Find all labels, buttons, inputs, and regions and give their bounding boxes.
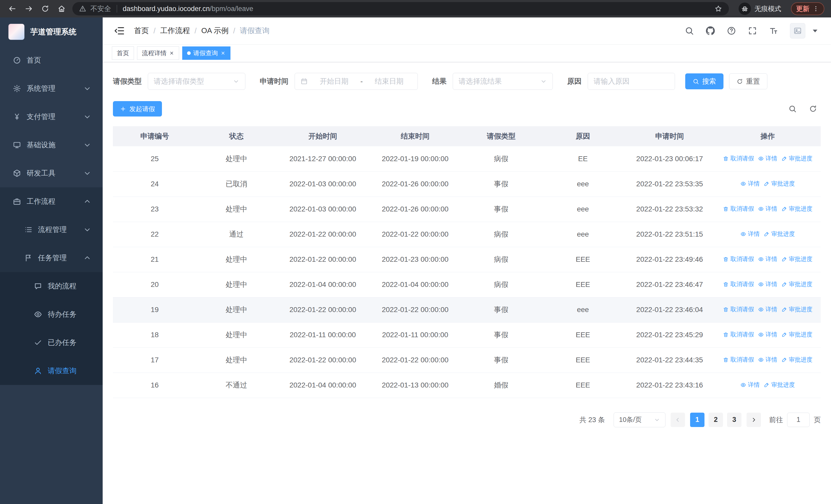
table-row[interactable]: 19处理中2022-01-22 00:00:002022-01-22 00:00… (113, 297, 821, 322)
table-row[interactable]: 24已取消2022-01-03 00:00:002022-01-26 00:00… (113, 171, 821, 197)
action-progress[interactable]: 审批进度 (781, 205, 812, 213)
address-bar[interactable]: 不安全 dashboard.yudao.iocoder.cn/bpm/oa/le… (73, 2, 729, 16)
app-logo-row[interactable]: 芋道管理系统 (0, 18, 103, 46)
action-detail[interactable]: 详情 (758, 330, 777, 338)
action-cancel[interactable]: 取消请假 (723, 280, 754, 288)
chevron-down-icon (83, 226, 91, 234)
page-1-button[interactable]: 1 (690, 413, 705, 427)
breadcrumb-item[interactable]: 工作流程 (160, 26, 190, 36)
chevron-up-icon (83, 197, 91, 206)
action-detail[interactable]: 详情 (740, 381, 760, 389)
action-progress[interactable]: 审批进度 (781, 330, 812, 338)
sidebar-item-dev-tools[interactable]: 研发工具 (0, 159, 103, 187)
github-icon[interactable] (706, 26, 715, 35)
sidebar-menu: 首页系统管理支付管理基础设施研发工具工作流程流程管理任务管理我的流程待办任务已办… (0, 46, 103, 385)
next-page-button[interactable] (747, 413, 761, 427)
action-cancel[interactable]: 取消请假 (723, 255, 754, 263)
avatar[interactable] (790, 23, 805, 38)
tab-leave-query[interactable]: 请假查询 (182, 47, 230, 60)
browser-home-button[interactable] (56, 3, 67, 14)
action-detail[interactable]: 详情 (758, 205, 777, 213)
browser-update-chip[interactable]: 更新 (791, 2, 824, 15)
sidebar-item-done-task[interactable]: 已办任务 (0, 328, 103, 357)
page-3-button[interactable]: 3 (727, 413, 741, 427)
action-progress[interactable]: 审批进度 (764, 180, 795, 187)
tab-process-detail[interactable]: 流程详情 (137, 47, 179, 60)
breadcrumb-item[interactable]: 首页 (134, 26, 149, 36)
action-progress[interactable]: 审批进度 (764, 230, 795, 238)
reason-input[interactable] (588, 73, 675, 90)
action-progress[interactable]: 审批进度 (781, 255, 812, 263)
bookmark-star-icon[interactable] (715, 5, 722, 12)
action-progress[interactable]: 审批进度 (781, 154, 812, 162)
column-header: 申请时间 (625, 126, 715, 146)
page-2-button[interactable]: 2 (709, 413, 723, 427)
reset-button[interactable]: 重置 (729, 73, 767, 89)
sidebar-item-leave-query[interactable]: 请假查询 (0, 357, 103, 385)
action-cancel[interactable]: 取消请假 (723, 154, 754, 162)
leave-type-select[interactable]: 请选择请假类型 (148, 73, 245, 90)
page-size-select[interactable]: 10条/页 (613, 412, 665, 427)
table-row[interactable]: 22通过2022-01-22 00:00:002022-01-22 00:00:… (113, 222, 821, 247)
sidebar-fold-icon[interactable] (114, 25, 125, 36)
browser-forward-button[interactable] (23, 3, 34, 14)
action-detail[interactable]: 详情 (758, 356, 777, 364)
action-progress[interactable]: 审批进度 (781, 356, 812, 364)
breadcrumb-item[interactable]: OA 示例 (201, 26, 228, 36)
table-row[interactable]: 21处理中2022-01-22 00:00:002022-01-23 00:00… (113, 247, 821, 272)
tab-home[interactable]: 首页 (112, 47, 134, 60)
close-icon[interactable] (169, 51, 174, 56)
browser-reload-button[interactable] (39, 3, 51, 14)
action-detail[interactable]: 详情 (740, 230, 760, 238)
action-cancel[interactable]: 取消请假 (723, 330, 754, 338)
text-size-icon[interactable] (769, 26, 778, 35)
action-cancel[interactable]: 取消请假 (723, 305, 754, 313)
sidebar-item-infrastructure[interactable]: 基础设施 (0, 131, 103, 159)
create-leave-button[interactable]: 发起请假 (113, 101, 162, 117)
action-progress[interactable]: 审批进度 (781, 305, 812, 313)
action-progress[interactable]: 审批进度 (764, 381, 795, 389)
table-row[interactable]: 25处理中2021-12-27 00:00:002022-01-19 00:00… (113, 146, 821, 171)
sidebar-item-home[interactable]: 首页 (0, 46, 103, 75)
user-icon (34, 367, 42, 375)
toggle-search-icon[interactable] (789, 105, 797, 113)
browser-back-button[interactable] (7, 3, 18, 14)
sidebar-item-my-process[interactable]: 我的流程 (0, 272, 103, 300)
sidebar-item-payment[interactable]: 支付管理 (0, 102, 103, 131)
action-detail[interactable]: 详情 (740, 180, 760, 187)
prev-page-button[interactable] (670, 413, 685, 427)
action-detail[interactable]: 详情 (758, 280, 777, 288)
sidebar-item-task-management[interactable]: 任务管理 (0, 244, 103, 272)
header-search-icon[interactable] (685, 26, 694, 35)
avatar-caret-down-icon[interactable] (810, 26, 820, 35)
sidebar-item-todo-task[interactable]: 待办任务 (0, 300, 103, 328)
sidebar-item-process-management[interactable]: 流程管理 (0, 215, 103, 244)
table-row[interactable]: 23处理中2022-01-03 00:00:002022-01-26 00:00… (113, 197, 821, 222)
action-detail[interactable]: 详情 (758, 305, 777, 313)
eye-icon (758, 357, 764, 363)
result-select[interactable]: 请选择流结果 (453, 73, 553, 90)
help-question-icon[interactable] (727, 26, 736, 35)
table-cell: EEE (541, 247, 625, 272)
refresh-table-icon[interactable] (809, 105, 817, 113)
table-row[interactable]: 18处理中2022-01-11 00:00:002022-01-11 00:00… (113, 322, 821, 348)
goto-page-input[interactable] (787, 413, 810, 427)
fullscreen-icon[interactable] (748, 26, 757, 35)
search-button[interactable]: 搜索 (685, 73, 723, 89)
action-progress[interactable]: 审批进度 (781, 280, 812, 288)
sidebar-item-system[interactable]: 系统管理 (0, 75, 103, 102)
table-row[interactable]: 20处理中2022-01-04 00:00:002022-01-04 00:00… (113, 272, 821, 297)
action-cancel[interactable]: 取消请假 (723, 356, 754, 364)
action-detail[interactable]: 详情 (758, 255, 777, 263)
result-placeholder: 请选择流结果 (459, 77, 502, 86)
table-row[interactable]: 16不通过2022-01-04 00:00:002022-01-13 00:00… (113, 373, 821, 398)
table-row[interactable]: 17处理中2022-01-22 00:00:002022-01-22 00:00… (113, 348, 821, 373)
close-icon[interactable] (221, 51, 226, 56)
date-range-picker[interactable]: 开始日期 - 结束日期 (295, 73, 418, 90)
browser-menu-kebab-icon[interactable] (812, 5, 819, 12)
gear-icon (13, 84, 21, 93)
action-cancel[interactable]: 取消请假 (723, 205, 754, 213)
table-body: 25处理中2021-12-27 00:00:002022-01-19 00:00… (113, 146, 821, 398)
action-detail[interactable]: 详情 (758, 154, 777, 162)
sidebar-item-workflow[interactable]: 工作流程 (0, 187, 103, 215)
